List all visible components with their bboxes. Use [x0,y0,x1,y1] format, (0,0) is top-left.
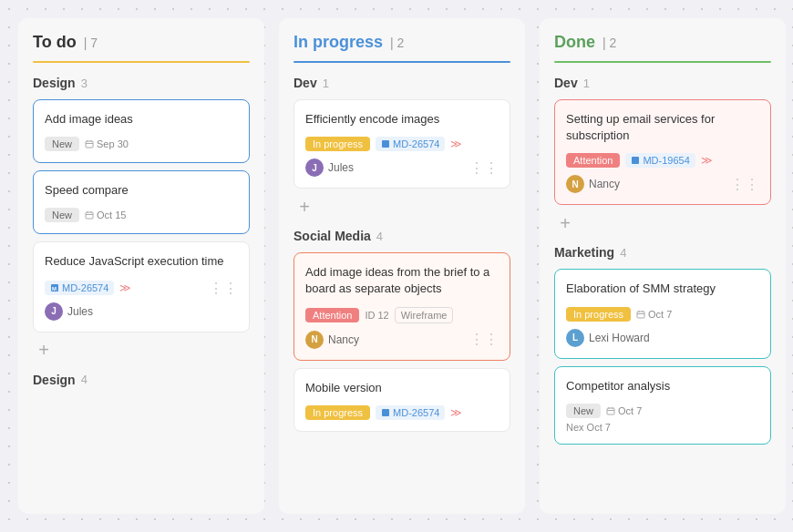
section-design2-header: Design 4 [33,373,250,387]
section-marketing-header: Marketing 4 [554,245,771,260]
card-encode-avatar: J Jules [305,159,354,177]
card-email-title: Setting up email services for subscripti… [566,111,759,144]
svg-rect-12 [632,157,639,164]
priority-icon-email: ≫ [701,154,713,167]
badge-attention: Attention [305,308,359,322]
svg-rect-4 [86,212,93,219]
section-design1-header: Design 3 [33,76,250,90]
section-dev-inprogress-title: Dev [294,76,317,90]
svg-rect-10 [382,140,389,148]
card-add-image-ideas: Add image ideas New Sep 30 [33,99,250,163]
card-image-brief: Add image ideas from the brief to a boar… [294,252,510,360]
avatar-jules-2: J [305,159,324,177]
drag-icon-encode: ⋮⋮ [469,159,499,177]
column-todo-count: | 7 [84,36,98,50]
drag-icon: ⋮⋮ [209,280,238,297]
section-marketing-title: Marketing [554,245,614,260]
add-card-dev[interactable]: + [294,196,315,218]
card-speed-date: Oct 15 [85,210,126,220]
card-competitor-subtitle: Nex Oct 7 [566,422,759,433]
section-design1-title: Design [33,76,76,90]
column-todo-title: To do [33,33,77,52]
card-competitor-date: Oct 7 [606,405,642,416]
card-speed-compare-meta: New Oct 15 [45,208,238,222]
section-dev-inprogress-header: Dev 1 [294,76,510,90]
jules-label-2: Jules [328,161,354,174]
svg-rect-17 [607,408,614,414]
card-smm: Elaboration of SMM strategy In progress … [554,269,771,358]
card-encode-meta: In progress MD-26574 ≫ [305,137,499,151]
calendar-icon-smm [636,310,645,319]
svg-rect-11 [382,409,389,416]
svg-rect-13 [637,312,644,318]
id-icon-2 [381,139,390,148]
card-competitor-title: Competitor analysis [566,378,759,394]
card-image-brief-meta: Attention ID 12 Wireframe [305,307,499,323]
id-icon-mobile [381,408,390,417]
priority-icon: ≫ [119,281,131,294]
id-plain-12: ID 12 [365,310,388,321]
jules-label: Jules [67,305,93,318]
add-card-done-dev[interactable]: + [554,212,576,234]
add-card-todo[interactable]: + [33,340,55,362]
id-icon: M [50,283,59,292]
column-done: Done | 2 Dev 1 Setting up email services… [540,18,786,514]
lexi-label: Lexi Howard [589,332,650,344]
badge-attention-email: Attention [566,153,620,168]
priority-icon-encode: ≫ [450,138,462,150]
card-competitor-meta: New Oct 7 [566,404,759,418]
card-competitor: Competitor analysis New Oct 7 Nex Oct 7 [554,366,771,445]
card-email-footer: N Nancy ⋮⋮ [566,175,759,193]
section-dev-inprogress-count: 1 [323,77,329,90]
card-reduce-js-footer: M MD-26574 ≫ ⋮⋮ [45,280,238,297]
card-email-meta: Attention MD-19654 ≫ [566,153,759,168]
card-encode-footer: J Jules ⋮⋮ [305,159,499,177]
avatar-jules: J [45,302,63,321]
drag-icon-email: ⋮⋮ [730,176,759,193]
card-encode-images-title: Efficiently encode images [305,111,499,128]
column-done-count: | 2 [602,36,616,50]
section-dev-done-header: Dev 1 [554,76,771,90]
section-design2-count: 4 [81,373,88,386]
badge-inprogress-mobile: In progress [305,405,370,420]
card-reduce-js: Reduce JavaScript execution time M MD-26… [33,241,250,332]
avatar-lexi: L [566,329,584,347]
avatar-nancy-email: N [566,175,584,193]
card-speed-compare: Speed compare New Oct 15 [33,170,250,234]
svg-text:M: M [52,286,57,292]
card-reduce-js-left: M MD-26574 ≫ [45,281,131,295]
card-mobile-title: Mobile version [305,380,499,396]
section-dev-done-count: 1 [583,77,590,90]
section-design1-count: 3 [81,77,88,90]
column-todo-divider [33,61,250,63]
priority-icon-mobile: ≫ [450,406,462,419]
badge-new-2: New [45,208,79,222]
meta-id-mobile: MD-26574 [376,405,445,420]
section-marketing-count: 4 [620,246,626,260]
card-add-image-ideas-meta: New Sep 30 [45,137,238,151]
column-todo: To do | 7 Design 3 Add image ideas New S… [18,18,264,514]
section-social-count: 4 [376,230,383,243]
card-image-brief-avatar: N Nancy [305,331,359,349]
wireframe-badge: Wireframe [395,307,454,323]
card-reduce-js-avatar-row: J Jules [45,302,238,321]
column-done-divider [554,61,771,63]
card-reduce-js-title: Reduce JavaScript execution time [45,253,238,270]
badge-inprogress-smm: In progress [566,307,631,322]
column-inprogress-title: In progress [294,33,383,52]
card-email-avatar: N Nancy [566,175,620,193]
column-done-header: Done | 2 [554,33,771,52]
card-smm-date: Oct 7 [636,309,672,320]
card-encode-images: Efficiently encode images In progress MD… [294,99,510,189]
drag-icon-brief: ⋮⋮ [469,331,499,348]
column-inprogress-divider [294,61,510,63]
nancy-label-email: Nancy [589,178,620,190]
section-social-title: Social Media [294,229,371,243]
meta-id-md26574: M MD-26574 [45,281,114,295]
card-speed-compare-title: Speed compare [45,182,238,199]
card-add-image-ideas-title: Add image ideas [45,111,238,128]
column-done-title: Done [554,33,595,52]
section-social-header: Social Media 4 [294,229,510,243]
column-inprogress-count: | 2 [390,36,404,50]
calendar-icon-2 [85,210,94,220]
